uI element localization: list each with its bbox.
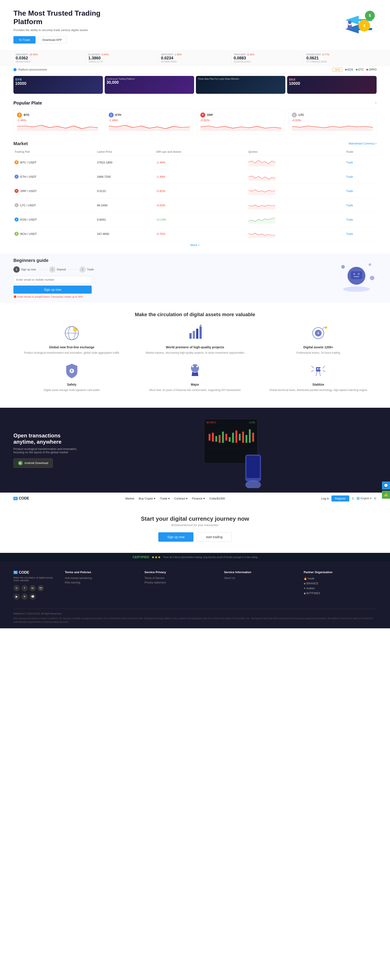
signup-button[interactable]: Sign up now xyxy=(13,286,92,294)
telegram-icon[interactable]: ✈ xyxy=(21,593,28,600)
popular-xrp[interactable]: ✕ XRP -0.82% xyxy=(197,109,285,134)
change-bch: -0.76% xyxy=(155,227,247,241)
ticker-trx-volume: 41231054.20413 xyxy=(234,60,302,63)
nav-trade[interactable]: Trade ▾ xyxy=(160,497,170,500)
nav-buy-crypto[interactable]: Buy Crypto ▾ xyxy=(139,497,155,500)
instagram-icon[interactable]: 📷 xyxy=(38,585,44,591)
thumb-button[interactable]: 👍 xyxy=(382,490,390,499)
trade-eos[interactable]: Trade xyxy=(345,212,377,227)
banner-30k[interactable]: Continuous Trading Platform 30,000 xyxy=(105,76,194,94)
discord-icon[interactable]: 💬 xyxy=(30,593,36,600)
banner-syn[interactable]: SYN 10000 xyxy=(13,76,103,94)
market-more-link[interactable]: More > xyxy=(13,241,377,249)
banner-lucky[interactable]: Three-Step Plan For Lucky Draw Winners xyxy=(196,76,285,94)
svg-line-48 xyxy=(312,366,314,368)
eth-icon: Ξ xyxy=(109,113,113,118)
popular-grid: ₿ BTC -1.46% Ξ ETH -1.49% xyxy=(13,109,377,134)
trade-ltc[interactable]: Trade xyxy=(345,198,377,212)
tag-new[interactable]: NEW xyxy=(332,68,342,72)
price-xrp: 0.5131 xyxy=(96,184,155,198)
trade-btc[interactable]: Trade xyxy=(345,155,377,169)
pair-btc-label: BTC / USDT xyxy=(20,161,37,164)
footer-privacy-link[interactable]: Privacy statement xyxy=(144,581,217,584)
table-row: Ł LTC / USDT 66.2400 -0.63% Trade xyxy=(13,198,377,212)
trade-eth[interactable]: Trade xyxy=(345,169,377,184)
footer-tos-link[interactable]: Terms of Service xyxy=(144,576,217,580)
android-download-button[interactable]: ▶ Android Download xyxy=(13,458,53,468)
ticker-ela[interactable]: ELA/USDT -0.64% 1.3860 705530.11779 xyxy=(86,53,159,63)
tag-oppo[interactable]: OPPO xyxy=(366,68,377,71)
language-selector[interactable]: 🌐 English ▾ xyxy=(356,497,371,500)
col-pair: Trading Pair xyxy=(13,148,96,155)
svg-rect-35 xyxy=(200,326,202,339)
linkedin-icon[interactable]: in xyxy=(30,585,36,591)
btc-name: BTC xyxy=(24,113,30,116)
email-input[interactable] xyxy=(13,276,92,283)
announcement-bar: Platform announcement NEW EOS ETC OPPO xyxy=(0,66,390,74)
download-button[interactable]: Download APP xyxy=(38,36,67,43)
huobi-logo: 🔥 huobi xyxy=(304,577,315,580)
cta-signup-button[interactable]: Sign up now xyxy=(158,532,193,542)
nav-market[interactable]: Market xyxy=(125,497,134,500)
trade-button[interactable]: To Trade xyxy=(13,36,35,43)
popular-header: Popular Plate > xyxy=(13,100,377,106)
settings-icon[interactable]: ⚙ xyxy=(374,496,377,500)
popular-xrp-row: ✕ XRP xyxy=(200,113,281,118)
announcement-text: Platform announcement xyxy=(18,68,47,71)
svg-rect-23 xyxy=(354,276,359,277)
pair-bch-label: BCH / USDT xyxy=(20,232,37,235)
nav-finance[interactable]: Finance ▾ xyxy=(192,497,205,500)
nav-collar[interactable]: Collar$1000 xyxy=(209,497,225,500)
svg-rect-61 xyxy=(212,433,214,442)
pair-eos: E EOS / USDT xyxy=(13,212,96,227)
ticker-trx-name: TRX/USDT -0.16% xyxy=(234,53,302,56)
svg-marker-11 xyxy=(248,160,275,167)
popular-eth[interactable]: Ξ ETH -1.49% xyxy=(105,109,193,134)
popular-ltc[interactable]: Ł LTC -0.63% xyxy=(288,109,377,134)
market-currency-link[interactable]: Mainstream Currency > xyxy=(348,142,377,145)
dark-section: Open transactions anytime, anywhere Prod… xyxy=(0,408,390,493)
tag-eos[interactable]: EOS xyxy=(345,68,353,71)
tag-etc[interactable]: ETC xyxy=(356,68,364,71)
svg-rect-32 xyxy=(189,333,192,339)
register-button[interactable]: Register xyxy=(331,495,349,501)
login-button[interactable]: Log in xyxy=(321,497,329,500)
ticker-trx[interactable]: TRX/USDT -0.16% 0.0883 41231054.20413 xyxy=(232,53,304,63)
pair-btc: ₿ BTC / USDT xyxy=(13,155,96,169)
footer-about-link[interactable]: About Us xyxy=(224,576,297,580)
btc-chart xyxy=(17,122,98,131)
pair-ltc-icon: Ł xyxy=(14,203,19,207)
ticker-snt[interactable]: SNT/USDT -1.58% 0.0234 9574696.40960 xyxy=(159,53,232,63)
binance-logo: ◈ BINANCE xyxy=(304,582,318,585)
footer-aml-link[interactable]: Anti-money laundering xyxy=(65,576,138,580)
trade-xrp[interactable]: Trade xyxy=(345,184,377,198)
ticker-nas[interactable]: NAS/USDT -10.40% 0.0362 255429.01601 xyxy=(13,53,86,63)
digital-title: Digital assets 1200+ xyxy=(260,345,377,349)
announcement-left: Platform announcement xyxy=(13,68,47,71)
youtube-icon[interactable]: ▶ xyxy=(13,593,20,600)
stablize-icon xyxy=(309,361,327,379)
facebook-icon[interactable]: f xyxy=(21,585,28,591)
nav-contract[interactable]: Contract ▾ xyxy=(174,497,188,500)
features-row-2: ₿ Safety Digital asset storage multi-sig… xyxy=(13,361,377,392)
cta-section: Start your digital currency journey now … xyxy=(0,504,390,553)
step-1-label: Sign up now xyxy=(21,268,36,271)
ticker-doge-volume: 37773484415.25626 xyxy=(306,60,374,63)
twitter-icon[interactable]: 𝕏 xyxy=(13,585,20,591)
pair-bch: ₿ BCH / USDT xyxy=(13,227,96,241)
footer-risk-link[interactable]: Risk warning xyxy=(65,581,138,584)
cta-title: Start your digital currency journey now xyxy=(13,515,377,522)
popular-btc[interactable]: ₿ BTC -1.46% xyxy=(13,109,102,134)
banner-bnx[interactable]: BNX 10000 xyxy=(287,76,377,94)
ticker-doge[interactable]: DOGE/USDT -0.77% 0.0621 37773484415.2562… xyxy=(304,53,377,63)
trade-bch[interactable]: Trade xyxy=(345,227,377,241)
popular-more[interactable]: > xyxy=(375,101,377,105)
market-title: Market xyxy=(13,141,28,146)
svg-rect-69 xyxy=(239,434,241,441)
banners-section: SYN 10000 Continuous Trading Platform 30… xyxy=(0,74,390,96)
svg-rect-60 xyxy=(209,434,211,441)
cta-trade-button[interactable]: start trading xyxy=(197,532,232,542)
chat-button[interactable]: 💬 xyxy=(382,481,390,490)
ltc-chart xyxy=(292,122,373,131)
pair-eth-label: ETH / USDT xyxy=(20,175,37,178)
